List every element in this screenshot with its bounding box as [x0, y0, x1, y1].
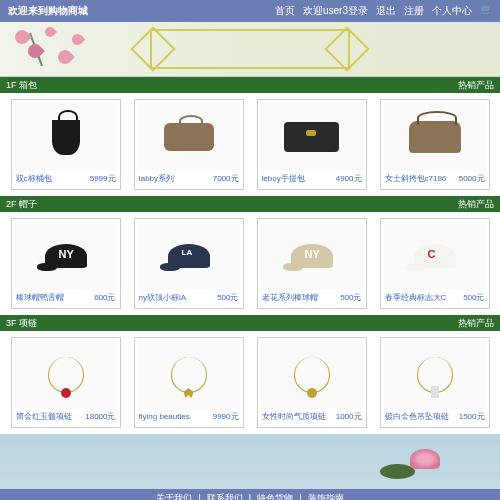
product-price: 7000元	[213, 173, 239, 184]
cart-icon[interactable]: 🛒	[480, 4, 492, 18]
product-image	[261, 341, 363, 409]
product-card[interactable]: NY 老花系列棒球帽500元	[257, 218, 367, 309]
product-name[interactable]: flying beauties	[139, 412, 190, 421]
product-name[interactable]: 简金红玉髓项链	[16, 411, 72, 422]
product-price: 4900元	[336, 173, 362, 184]
product-card[interactable]: NY 棒球帽鸭舌帽600元	[11, 218, 121, 309]
product-image	[261, 103, 363, 171]
product-card[interactable]: 简金红玉髓项链18000元	[11, 337, 121, 428]
footer-nav: 关于我们| 联系我们| 特色货物| 装饰指南	[0, 489, 500, 500]
hot-label[interactable]: 热销产品	[458, 79, 494, 92]
product-image: LA	[138, 222, 240, 290]
nav-logout[interactable]: 退出	[376, 4, 396, 18]
footer-about[interactable]: 关于我们	[156, 492, 192, 501]
product-price: 1000元	[336, 411, 362, 422]
nav-register[interactable]: 注册	[404, 4, 424, 18]
hot-label[interactable]: 热销产品	[458, 198, 494, 211]
product-price: 5000元	[459, 173, 485, 184]
diamond-frame-icon	[150, 29, 350, 69]
product-price: 5999元	[90, 173, 116, 184]
product-name[interactable]: 春季经典标志大C	[385, 292, 447, 303]
product-image: NY	[261, 222, 363, 290]
product-image	[15, 103, 117, 171]
product-price: 600元	[94, 292, 115, 303]
bottom-banner	[0, 434, 500, 489]
product-card[interactable]: C 春季经典标志大C500元	[380, 218, 490, 309]
product-price: 500元	[463, 292, 484, 303]
nav-account[interactable]: 个人中心	[432, 4, 472, 18]
footer-promo[interactable]: 特色货物	[257, 492, 293, 501]
product-row-hats: NY 棒球帽鸭舌帽600元 LA ny软顶小标lA500元 NY 老花系列棒球帽…	[0, 212, 500, 315]
product-card[interactable]: flying beauties9990元	[134, 337, 244, 428]
top-header: 欢迎来到购物商城 首页 欢迎user3登录 退出 注册 个人中心 🛒	[0, 0, 500, 22]
product-price: 18000元	[85, 411, 115, 422]
product-card[interactable]: tabby系列7000元	[134, 99, 244, 190]
section-title: 1F 箱包	[6, 79, 37, 92]
product-name[interactable]: 老花系列棒球帽	[262, 292, 318, 303]
site-title: 欢迎来到购物商城	[8, 4, 88, 18]
product-price: 500元	[340, 292, 361, 303]
footer-contact[interactable]: 联系我们	[207, 492, 243, 501]
product-image	[384, 341, 486, 409]
lotus-decoration	[380, 444, 440, 484]
product-card[interactable]: 女士斜挎包c71865000元	[380, 99, 490, 190]
product-row-bags: 双c标桶包5999元 tabby系列7000元 leboy手提包4900元 女士…	[0, 93, 500, 196]
section-header-necklaces: 3F 项链 热销产品	[0, 315, 500, 331]
nav-user-status: 欢迎user3登录	[303, 4, 368, 18]
section-title: 2F 帽子	[6, 198, 37, 211]
product-name[interactable]: ny软顶小标lA	[139, 292, 187, 303]
product-price: 9990元	[213, 411, 239, 422]
product-card[interactable]: leboy手提包4900元	[257, 99, 367, 190]
product-image	[15, 341, 117, 409]
header-nav: 首页 欢迎user3登录 退出 注册 个人中心 🛒	[275, 4, 492, 18]
section-header-hats: 2F 帽子 热销产品	[0, 196, 500, 212]
product-name[interactable]: tabby系列	[139, 173, 175, 184]
product-price: 1500元	[459, 411, 485, 422]
flower-decoration	[0, 22, 120, 77]
section-title: 3F 项链	[6, 317, 37, 330]
product-card[interactable]: 镀白金色吊坠项链1500元	[380, 337, 490, 428]
product-name[interactable]: 女性时尚气质项链	[262, 411, 326, 422]
product-image	[138, 103, 240, 171]
product-price: 500元	[217, 292, 238, 303]
product-card[interactable]: 女性时尚气质项链1000元	[257, 337, 367, 428]
product-image: C	[384, 222, 486, 290]
product-name[interactable]: 双c标桶包	[16, 173, 52, 184]
section-header-bags: 1F 箱包 热销产品	[0, 77, 500, 93]
product-image: NY	[15, 222, 117, 290]
hero-banner	[0, 22, 500, 77]
footer-guide[interactable]: 装饰指南	[308, 492, 344, 501]
product-name[interactable]: leboy手提包	[262, 173, 305, 184]
product-name[interactable]: 棒球帽鸭舌帽	[16, 292, 64, 303]
product-image	[384, 103, 486, 171]
product-name[interactable]: 女士斜挎包c7186	[385, 173, 447, 184]
nav-home[interactable]: 首页	[275, 4, 295, 18]
product-row-necklaces: 简金红玉髓项链18000元 flying beauties9990元 女性时尚气…	[0, 331, 500, 434]
product-image	[138, 341, 240, 409]
product-card[interactable]: LA ny软顶小标lA500元	[134, 218, 244, 309]
hot-label[interactable]: 热销产品	[458, 317, 494, 330]
product-name[interactable]: 镀白金色吊坠项链	[385, 411, 449, 422]
product-card[interactable]: 双c标桶包5999元	[11, 99, 121, 190]
